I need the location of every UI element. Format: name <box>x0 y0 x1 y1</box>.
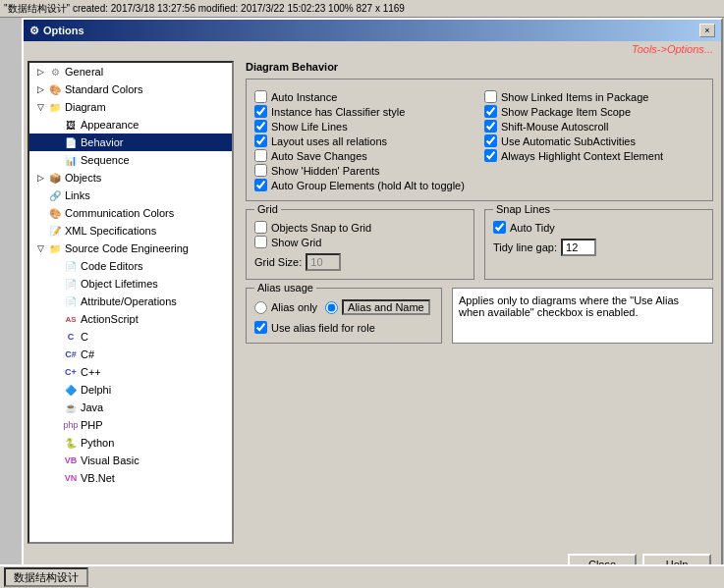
taskbar-top: "数据结构设计" created: 2017/3/18 13:27:56 mod… <box>0 0 724 18</box>
taskbar-top-text: "数据结构设计" created: 2017/3/18 13:27:56 mod… <box>4 3 405 14</box>
